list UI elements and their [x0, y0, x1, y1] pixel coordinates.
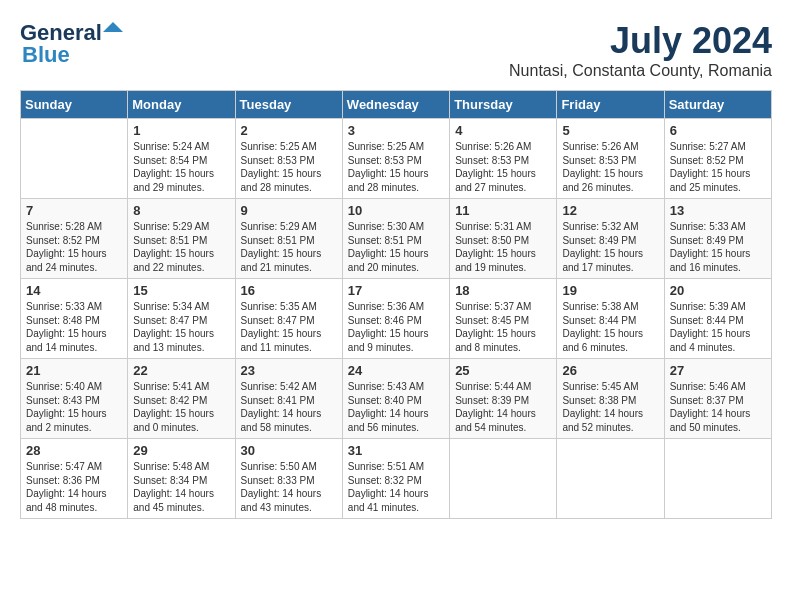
- day-number: 7: [26, 203, 122, 218]
- day-number: 10: [348, 203, 444, 218]
- day-number: 15: [133, 283, 229, 298]
- day-number: 28: [26, 443, 122, 458]
- day-info: Sunrise: 5:41 AM Sunset: 8:42 PM Dayligh…: [133, 380, 229, 434]
- logo-blue: Blue: [22, 42, 70, 68]
- day-number: 25: [455, 363, 551, 378]
- table-row: 1Sunrise: 5:24 AM Sunset: 8:54 PM Daylig…: [128, 119, 235, 199]
- table-row: 9Sunrise: 5:29 AM Sunset: 8:51 PM Daylig…: [235, 199, 342, 279]
- table-row: 19Sunrise: 5:38 AM Sunset: 8:44 PM Dayli…: [557, 279, 664, 359]
- day-number: 19: [562, 283, 658, 298]
- day-info: Sunrise: 5:25 AM Sunset: 8:53 PM Dayligh…: [241, 140, 337, 194]
- table-row: 2Sunrise: 5:25 AM Sunset: 8:53 PM Daylig…: [235, 119, 342, 199]
- day-number: 23: [241, 363, 337, 378]
- table-row: 16Sunrise: 5:35 AM Sunset: 8:47 PM Dayli…: [235, 279, 342, 359]
- table-row: 26Sunrise: 5:45 AM Sunset: 8:38 PM Dayli…: [557, 359, 664, 439]
- header-wednesday: Wednesday: [342, 91, 449, 119]
- day-info: Sunrise: 5:28 AM Sunset: 8:52 PM Dayligh…: [26, 220, 122, 274]
- day-number: 12: [562, 203, 658, 218]
- table-row: 20Sunrise: 5:39 AM Sunset: 8:44 PM Dayli…: [664, 279, 771, 359]
- day-number: 6: [670, 123, 766, 138]
- table-row: 13Sunrise: 5:33 AM Sunset: 8:49 PM Dayli…: [664, 199, 771, 279]
- day-info: Sunrise: 5:26 AM Sunset: 8:53 PM Dayligh…: [562, 140, 658, 194]
- day-number: 2: [241, 123, 337, 138]
- day-number: 3: [348, 123, 444, 138]
- calendar-week-row: 7Sunrise: 5:28 AM Sunset: 8:52 PM Daylig…: [21, 199, 772, 279]
- header-saturday: Saturday: [664, 91, 771, 119]
- calendar-table: Sunday Monday Tuesday Wednesday Thursday…: [20, 90, 772, 519]
- day-info: Sunrise: 5:40 AM Sunset: 8:43 PM Dayligh…: [26, 380, 122, 434]
- day-number: 4: [455, 123, 551, 138]
- day-number: 21: [26, 363, 122, 378]
- table-row: 12Sunrise: 5:32 AM Sunset: 8:49 PM Dayli…: [557, 199, 664, 279]
- day-info: Sunrise: 5:27 AM Sunset: 8:52 PM Dayligh…: [670, 140, 766, 194]
- table-row: 4Sunrise: 5:26 AM Sunset: 8:53 PM Daylig…: [450, 119, 557, 199]
- table-row: 18Sunrise: 5:37 AM Sunset: 8:45 PM Dayli…: [450, 279, 557, 359]
- table-row: 7Sunrise: 5:28 AM Sunset: 8:52 PM Daylig…: [21, 199, 128, 279]
- day-number: 27: [670, 363, 766, 378]
- day-info: Sunrise: 5:29 AM Sunset: 8:51 PM Dayligh…: [241, 220, 337, 274]
- header-tuesday: Tuesday: [235, 91, 342, 119]
- day-info: Sunrise: 5:43 AM Sunset: 8:40 PM Dayligh…: [348, 380, 444, 434]
- day-info: Sunrise: 5:26 AM Sunset: 8:53 PM Dayligh…: [455, 140, 551, 194]
- table-row: 5Sunrise: 5:26 AM Sunset: 8:53 PM Daylig…: [557, 119, 664, 199]
- day-number: 16: [241, 283, 337, 298]
- day-number: 9: [241, 203, 337, 218]
- table-row: [557, 439, 664, 519]
- day-info: Sunrise: 5:44 AM Sunset: 8:39 PM Dayligh…: [455, 380, 551, 434]
- day-info: Sunrise: 5:29 AM Sunset: 8:51 PM Dayligh…: [133, 220, 229, 274]
- table-row: 27Sunrise: 5:46 AM Sunset: 8:37 PM Dayli…: [664, 359, 771, 439]
- day-number: 24: [348, 363, 444, 378]
- table-row: [450, 439, 557, 519]
- table-row: 15Sunrise: 5:34 AM Sunset: 8:47 PM Dayli…: [128, 279, 235, 359]
- day-info: Sunrise: 5:33 AM Sunset: 8:48 PM Dayligh…: [26, 300, 122, 354]
- table-row: 31Sunrise: 5:51 AM Sunset: 8:32 PM Dayli…: [342, 439, 449, 519]
- calendar-week-row: 14Sunrise: 5:33 AM Sunset: 8:48 PM Dayli…: [21, 279, 772, 359]
- day-number: 29: [133, 443, 229, 458]
- table-row: 22Sunrise: 5:41 AM Sunset: 8:42 PM Dayli…: [128, 359, 235, 439]
- day-number: 13: [670, 203, 766, 218]
- day-info: Sunrise: 5:25 AM Sunset: 8:53 PM Dayligh…: [348, 140, 444, 194]
- day-number: 30: [241, 443, 337, 458]
- table-row: [21, 119, 128, 199]
- day-number: 11: [455, 203, 551, 218]
- day-info: Sunrise: 5:24 AM Sunset: 8:54 PM Dayligh…: [133, 140, 229, 194]
- day-info: Sunrise: 5:38 AM Sunset: 8:44 PM Dayligh…: [562, 300, 658, 354]
- page-header: General Blue July 2024 Nuntasi, Constant…: [20, 20, 772, 80]
- table-row: 29Sunrise: 5:48 AM Sunset: 8:34 PM Dayli…: [128, 439, 235, 519]
- calendar-header-row: Sunday Monday Tuesday Wednesday Thursday…: [21, 91, 772, 119]
- table-row: 21Sunrise: 5:40 AM Sunset: 8:43 PM Dayli…: [21, 359, 128, 439]
- location-title: Nuntasi, Constanta County, Romania: [509, 62, 772, 80]
- table-row: 28Sunrise: 5:47 AM Sunset: 8:36 PM Dayli…: [21, 439, 128, 519]
- header-monday: Monday: [128, 91, 235, 119]
- logo-triangle-icon: [103, 22, 123, 42]
- day-info: Sunrise: 5:50 AM Sunset: 8:33 PM Dayligh…: [241, 460, 337, 514]
- svg-marker-0: [103, 22, 123, 32]
- day-info: Sunrise: 5:33 AM Sunset: 8:49 PM Dayligh…: [670, 220, 766, 274]
- day-info: Sunrise: 5:35 AM Sunset: 8:47 PM Dayligh…: [241, 300, 337, 354]
- day-number: 18: [455, 283, 551, 298]
- table-row: 8Sunrise: 5:29 AM Sunset: 8:51 PM Daylig…: [128, 199, 235, 279]
- day-info: Sunrise: 5:34 AM Sunset: 8:47 PM Dayligh…: [133, 300, 229, 354]
- logo: General Blue: [20, 20, 123, 68]
- day-info: Sunrise: 5:31 AM Sunset: 8:50 PM Dayligh…: [455, 220, 551, 274]
- table-row: 30Sunrise: 5:50 AM Sunset: 8:33 PM Dayli…: [235, 439, 342, 519]
- calendar-week-row: 28Sunrise: 5:47 AM Sunset: 8:36 PM Dayli…: [21, 439, 772, 519]
- day-info: Sunrise: 5:48 AM Sunset: 8:34 PM Dayligh…: [133, 460, 229, 514]
- day-info: Sunrise: 5:42 AM Sunset: 8:41 PM Dayligh…: [241, 380, 337, 434]
- table-row: 14Sunrise: 5:33 AM Sunset: 8:48 PM Dayli…: [21, 279, 128, 359]
- day-info: Sunrise: 5:37 AM Sunset: 8:45 PM Dayligh…: [455, 300, 551, 354]
- day-info: Sunrise: 5:47 AM Sunset: 8:36 PM Dayligh…: [26, 460, 122, 514]
- title-section: July 2024 Nuntasi, Constanta County, Rom…: [509, 20, 772, 80]
- day-number: 5: [562, 123, 658, 138]
- table-row: 17Sunrise: 5:36 AM Sunset: 8:46 PM Dayli…: [342, 279, 449, 359]
- day-info: Sunrise: 5:36 AM Sunset: 8:46 PM Dayligh…: [348, 300, 444, 354]
- table-row: [664, 439, 771, 519]
- day-info: Sunrise: 5:51 AM Sunset: 8:32 PM Dayligh…: [348, 460, 444, 514]
- day-number: 1: [133, 123, 229, 138]
- day-number: 22: [133, 363, 229, 378]
- day-info: Sunrise: 5:32 AM Sunset: 8:49 PM Dayligh…: [562, 220, 658, 274]
- day-info: Sunrise: 5:45 AM Sunset: 8:38 PM Dayligh…: [562, 380, 658, 434]
- day-number: 14: [26, 283, 122, 298]
- calendar-week-row: 21Sunrise: 5:40 AM Sunset: 8:43 PM Dayli…: [21, 359, 772, 439]
- table-row: 10Sunrise: 5:30 AM Sunset: 8:51 PM Dayli…: [342, 199, 449, 279]
